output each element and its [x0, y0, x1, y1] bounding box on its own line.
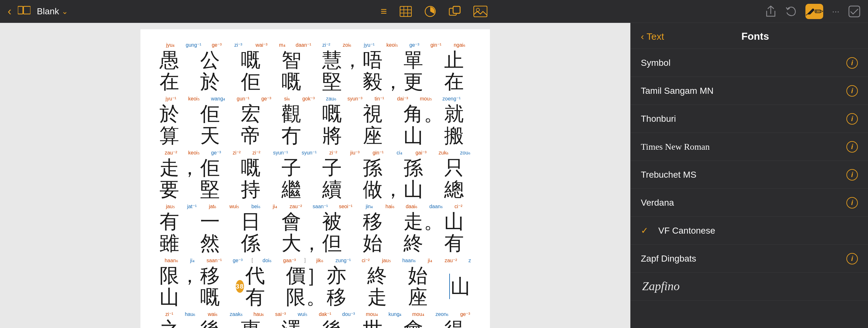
document-title-label: Blank — [37, 6, 59, 17]
list-icon[interactable]: ≡ — [381, 5, 387, 18]
table-icon[interactable] — [400, 6, 412, 17]
pinyin: zo₆ — [466, 96, 471, 102]
pinyin: keoi₅ — [381, 42, 403, 48]
svg-point-13 — [476, 8, 479, 11]
chart-icon[interactable] — [425, 6, 436, 17]
font-name-trebuchet: Trebuchet MS — [641, 170, 696, 180]
font-item-zapfino[interactable]: Zapfino — [631, 273, 868, 301]
pinyin: zeon₆ — [430, 311, 454, 317]
pinyin: ci⁻² — [356, 258, 376, 264]
pinyin: haan₆ — [159, 258, 183, 264]
pinyin: syun⁻³ — [342, 96, 368, 102]
document-area[interactable]: jyu₄ gung⁻¹ ge⁻³ zi⁻³ wai⁻³ m₄ daan⁻¹ zi… — [0, 23, 630, 328]
panel-header: ‹ Text Fonts — [631, 23, 868, 49]
document-page: jyu₄ gung⁻¹ ge⁻³ zi⁻³ wai⁻³ m₄ daan⁻¹ zi… — [141, 29, 490, 328]
pinyin: ge⁻³ — [227, 258, 248, 264]
svg-rect-0 — [18, 6, 23, 14]
pinyin: wai⁻³ — [249, 42, 274, 48]
sidebar-toggle[interactable] — [18, 5, 31, 18]
undo-icon[interactable] — [785, 6, 797, 17]
pinyin: jiu⁻³ — [343, 150, 367, 156]
font-item-left: Tamil Sangam MN — [641, 86, 714, 96]
document-title-button[interactable]: Blank ⌄ — [37, 6, 68, 17]
font-item-zapf-dingbats[interactable]: Zapf Dingbats i — [631, 245, 868, 273]
pinyin: sai⁻³ — [270, 311, 292, 317]
pinyin: ] — [301, 258, 309, 264]
annotation-badge: 38 — [236, 280, 244, 293]
text-cursor — [449, 274, 450, 299]
font-item-trebuchet[interactable]: Trebuchet MS i — [631, 161, 868, 189]
main-area: jyu₄ gung⁻¹ ge⁻³ zi⁻³ wai⁻³ m₄ daan⁻¹ zi… — [0, 23, 868, 328]
share-icon[interactable] — [765, 5, 776, 18]
panel-back-button[interactable]: ‹ Text — [641, 31, 664, 42]
pinyin: gin⁻¹ — [425, 42, 447, 48]
font-name-verdana: Verdana — [641, 198, 674, 208]
pinyin: zau⁻² — [439, 258, 463, 264]
pinyin: jau₅ — [376, 258, 397, 264]
checkmark-box-icon[interactable] — [848, 5, 860, 18]
pinyin: bei₆ — [246, 203, 266, 209]
font-info-icon-times[interactable]: i — [846, 141, 858, 153]
font-name-thonburi: Thonburi — [641, 114, 676, 124]
toolbar-right: ✏ ··· — [765, 4, 860, 19]
pinyin: ji₄ — [183, 258, 202, 264]
toolbar: ‹ Blank ⌄ ≡ — [0, 0, 868, 23]
pinyin: ngai₆ — [447, 42, 471, 48]
pinyin: zau⁻² — [284, 203, 308, 209]
chinese-text-1: 愚 公 嘅 智 慧，唔 單 止 在 於 佢 嘅 堅 毅，更 在 — [159, 49, 471, 92]
pinyin: jik₆ — [309, 258, 331, 264]
pinyin: zi⁻³ — [227, 42, 249, 48]
pinyin: wui₅ — [222, 203, 246, 209]
svg-rect-1 — [24, 6, 31, 14]
pinyin: daai₆ — [400, 203, 423, 209]
pinyin: ge⁻³ — [206, 42, 227, 48]
pinyin: mou₄ — [407, 311, 430, 317]
back-chevron-icon: ‹ — [641, 31, 644, 42]
more-icon[interactable]: ··· — [832, 6, 839, 17]
pinyin: jat⁻¹ — [181, 203, 203, 209]
pinyin: m₄ — [274, 42, 290, 48]
pinyin: ge⁻³ — [255, 96, 277, 102]
font-item-symbol[interactable]: Symbol i — [631, 49, 868, 77]
pinyin: zuk₆ — [433, 150, 454, 156]
back-button[interactable]: ‹ — [8, 5, 11, 18]
pinyin: zi⁻² — [227, 150, 247, 156]
pinyin: zaak₆ — [224, 311, 248, 317]
media-icon[interactable] — [473, 6, 487, 17]
pinyin: keoi₅ — [182, 150, 205, 156]
font-info-icon-thonburi[interactable]: i — [846, 113, 858, 125]
font-item-times[interactable]: Times New Roman i — [631, 133, 868, 161]
pinyin: doi₆ — [256, 258, 278, 264]
font-info-icon-trebuchet[interactable]: i — [846, 169, 858, 181]
toolbar-center: ≡ — [381, 5, 487, 18]
panel-title: Fonts — [672, 31, 839, 42]
pinyin: mou₄ — [360, 311, 383, 317]
font-info-icon-zapf-dingbats[interactable]: i — [846, 253, 858, 264]
pinyin: hai₆ — [380, 203, 400, 209]
pinyin: ji₄ — [421, 258, 439, 264]
shape-icon[interactable] — [448, 6, 461, 17]
font-item-vf-cantonese[interactable]: ✓ VF Cantonese — [631, 217, 868, 245]
font-item-verdana[interactable]: Verdana i — [631, 189, 868, 217]
panel-back-label: Text — [647, 31, 664, 42]
font-name-times: Times New Roman — [641, 142, 710, 152]
pinyin: wai₆ — [201, 311, 224, 317]
pinyin: zi⁻² — [323, 150, 343, 156]
font-item-thonburi[interactable]: Thonburi i — [631, 105, 868, 133]
font-item-tamil[interactable]: Tamil Sangam MN i — [631, 77, 868, 105]
pinyin: [ — [248, 258, 256, 264]
zapfino-logo: Zapfino — [641, 276, 698, 294]
pinyin: dai⁻³ — [391, 96, 414, 102]
pinyin: syun⁻¹ — [295, 150, 323, 156]
pen-tool-icon[interactable]: ✏ — [805, 4, 823, 19]
font-item-left: Thonburi — [641, 114, 676, 124]
font-info-icon-verdana[interactable]: i — [846, 197, 858, 208]
font-info-icon-tamil[interactable]: i — [846, 85, 858, 97]
pinyin: dou⁻³ — [337, 311, 360, 317]
font-info-icon-symbol[interactable]: i — [846, 57, 858, 69]
pinyin: gung⁻¹ — [181, 42, 206, 48]
chinese-text-3: 走，佢 嘅 子 子 孫 孫 只 要 堅 持 繼 續 做，山 總 — [159, 157, 471, 200]
chinese-text-5: 限，移 山 嘅 38 代 價］亦 終 始 有 限。移 走 座 山 — [159, 265, 471, 308]
pinyin: zau⁻² — [159, 150, 182, 156]
svg-line-14 — [806, 14, 807, 15]
